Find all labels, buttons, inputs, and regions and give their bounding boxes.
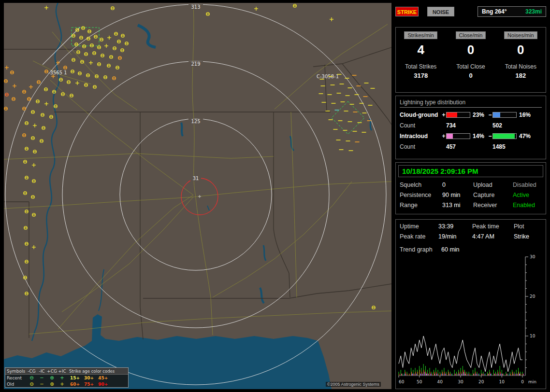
capture-value: Active [513,192,543,198]
circle-plus-icon: ⊕ [47,375,57,381]
strike-symbol-cm [104,76,107,79]
strike-symbol-cm [32,213,35,216]
trend-graph-label: Trend graph [400,246,441,253]
cg-negative-pct: 16% [517,112,534,118]
legend-row-recent: Recent ⊖ − ⊕ + 15+ 30+ 45+ [5,375,128,381]
lightning-map[interactable]: 313 219 125 31 -3565 1 C-3058-1 Symbols … [4,3,391,389]
circle-minus-icon: ⊖ [27,375,37,381]
svg-text:40: 40 [437,379,443,384]
strike-symbol-cm [25,176,28,179]
strike-symbol-cm [80,36,83,39]
intracloud-row: Intracloud + 14% − 47% [400,133,542,140]
strike-symbol-cm [23,134,26,137]
strike-symbol-cm [87,74,89,77]
strike-symbol-cm [83,45,86,48]
strike-symbol-cm [93,85,96,88]
strike-symbol-cm [32,180,35,182]
strike-symbol-p [44,102,48,106]
svg-text:0: 0 [521,379,524,384]
svg-text:10: 10 [499,379,505,384]
svg-text:50: 50 [417,379,422,384]
ring-label-31: 31 [193,176,199,181]
plus-icon: + [57,381,67,387]
ic-negative-pct: 47% [517,133,534,140]
age-code: 60+ [70,382,80,387]
total-strikes-label: Total Strikes [396,63,446,70]
strike-symbol-cm [75,43,78,46]
cg-positive-gauge [446,112,470,118]
plot-label: Plot [514,223,543,230]
nexstorm-app-window: 313 219 125 31 -3565 1 C-3058-1 Symbols … [0,0,550,392]
strike-symbol-cm [100,38,103,41]
close-per-min-column: Close/min 0 Total Close 0 [446,31,495,92]
strike-symbol-cm [25,122,28,125]
strike-symbol-cm [125,42,128,45]
strike-symbol-p [104,44,108,48]
lightning-distribution-section: Lightning type distribution Cloud-ground… [395,96,546,159]
trend-type-bars [399,364,523,376]
strikes-per-min-column: Strikes/min 4 Total Strikes 3178 [396,31,446,92]
strike-symbol-cm [121,34,124,37]
strike-symbol-cm [98,63,101,66]
close-per-min-value: 0 [446,42,495,57]
uptime-grid: Uptime 33:39 Peak time Plot Peak rate 19… [399,223,543,240]
trend-graph: 1020306050403020100min [399,257,542,386]
legend-age-title: Strike age color codes [67,369,128,374]
strike-mode-button[interactable]: STRIKE [395,7,419,16]
strike-symbol-cm [50,115,53,118]
strike-symbol-cm [82,27,85,29]
strike-symbol-cm [25,260,28,263]
total-strikes-value: 3178 [396,72,446,79]
strike-symbol-cm [206,13,209,15]
circle-minus-icon: ⊖ [27,381,37,387]
svg-text:min: min [528,379,536,384]
strike-symbol-cm [67,81,70,84]
peak-time-value: 4:47 AM [472,233,514,240]
cg-positive-count: 734 [446,122,470,129]
noises-per-min-value: 0 [496,42,546,57]
strike-symbol-cm [25,147,28,150]
map-canvas: 313 219 125 31 -3565 1 C-3058-1 [4,3,391,389]
strike-symbol-cm [41,113,44,116]
peak-rate-label: Peak rate [400,233,438,240]
strike-symbol-cm [54,105,57,108]
svg-text:20: 20 [530,294,536,299]
strike-symbol-p [29,85,33,89]
age-code: 30+ [84,376,94,380]
strike-symbol-cm [37,81,40,84]
legend-header: Symbols -CG -IC +CG +IC Strike age color… [5,368,128,375]
svg-text:20: 20 [478,379,484,384]
strike-symbol-cm [72,34,75,37]
total-noises-label: Total Noises [496,63,546,70]
svg-text:30: 30 [530,254,536,259]
distribution-title: Lightning type distribution [400,99,542,108]
squelch-label: Squelch [400,182,442,188]
circle-plus-icon: ⊕ [47,381,57,387]
strike-symbol-cm [61,93,64,96]
ring-label-125: 125 [191,119,200,124]
sensor-location-marker [198,195,201,198]
strike-symbol-cm [118,56,121,59]
strike-symbol-cm [90,44,93,47]
strike-symbol-cm [76,28,79,31]
noise-mode-button[interactable]: NOISE [427,7,454,16]
copyright-text: ©2005 Astrogenic Systems [326,382,381,387]
minus-sign: − [488,112,492,118]
strike-symbol-cm [110,56,113,58]
svg-text:10: 10 [530,334,536,338]
strike-symbol-cm [71,70,74,73]
strike-symbol-cm [24,226,27,229]
cg-negative-gauge [492,112,517,118]
strike-symbol-cm [25,242,28,245]
plus-sign: + [441,133,446,140]
strike-symbol-cm [5,93,8,96]
status-panel: STRIKE NOISE Bng 264° 323mi Strikes/min … [395,3,546,389]
strike-symbol-p [32,245,36,249]
cg-positive-pct: 23% [470,112,488,118]
strike-symbol-cm [31,137,34,140]
strike-symbol-cm [36,100,39,103]
cloud-ground-count-row: Count 734 502 [400,122,542,129]
capture-label: Capture [473,192,513,198]
strike-symbol-cm [95,75,98,78]
upload-value: Disabled [513,182,543,188]
